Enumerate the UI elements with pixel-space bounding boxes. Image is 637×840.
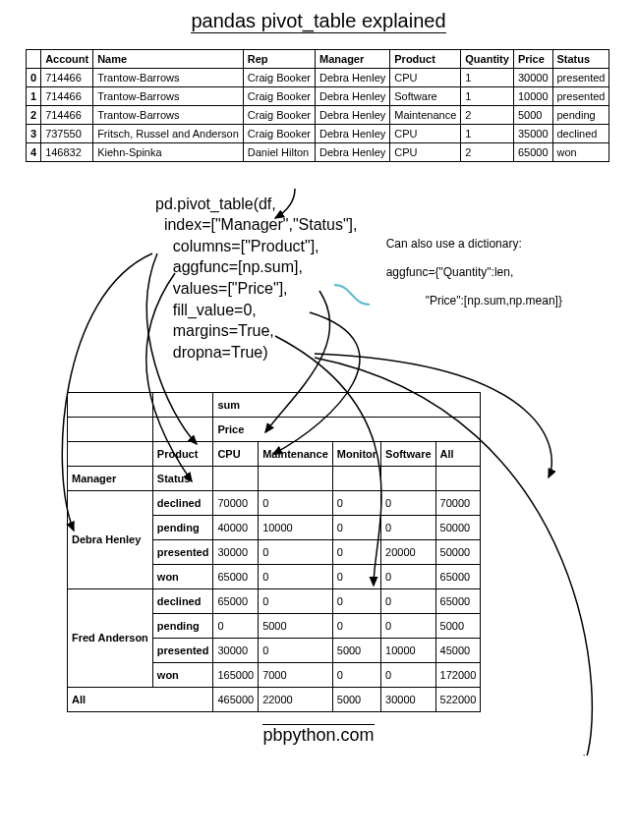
cell: Debra Henley xyxy=(316,125,390,143)
pivot-status-cell: presented xyxy=(152,638,213,662)
pivot-status-cell: won xyxy=(152,662,213,687)
row-index: 0 xyxy=(27,69,41,87)
page-title: pandas pivot_table explained xyxy=(191,10,445,33)
cell: Debra Henley xyxy=(316,143,390,162)
pivot-total-cell: 5000 xyxy=(332,687,380,711)
cell: Trantow-Barrows xyxy=(93,106,244,125)
cell: 0 xyxy=(381,515,435,539)
cell: won xyxy=(552,143,609,162)
pivot-aggfunc-header: sum xyxy=(213,392,481,417)
cell: 0 xyxy=(259,588,333,613)
cell: 1 xyxy=(461,87,514,106)
row-index: 4 xyxy=(27,143,41,162)
source-column-header xyxy=(27,50,41,69)
cell: CPU xyxy=(390,69,461,87)
table-row: Fred Andersondeclined6500000065000 xyxy=(68,588,481,613)
source-column-header: Manager xyxy=(316,50,390,69)
cell: 0 xyxy=(381,613,435,638)
cell: 50000 xyxy=(435,539,481,564)
cell: 1 xyxy=(461,69,514,87)
cell: Kiehn-Spinka xyxy=(93,143,244,162)
source-column-header: Name xyxy=(93,50,244,69)
cell: 40000 xyxy=(213,515,259,539)
cell: 0 xyxy=(381,588,435,613)
cell: 65000 xyxy=(513,143,552,162)
pivot-total-cell: 465000 xyxy=(213,687,259,711)
cell: 146832 xyxy=(41,143,93,162)
cell: 10000 xyxy=(381,638,435,662)
cell: 50000 xyxy=(435,515,481,539)
code-line: columns=["Product"], xyxy=(155,238,319,254)
cell: 70000 xyxy=(213,490,259,515)
cell: Craig Booker xyxy=(243,106,315,125)
pivot-status-cell: won xyxy=(152,564,213,588)
cell: 0 xyxy=(381,490,435,515)
cell: 0 xyxy=(259,490,333,515)
footer-attribution: pbpython.com xyxy=(262,724,374,746)
cell: 70000 xyxy=(435,490,481,515)
cell: 5000 xyxy=(513,106,552,125)
cell: 0 xyxy=(259,638,333,662)
cell: 65000 xyxy=(435,564,481,588)
cell: 0 xyxy=(332,613,380,638)
cell: Debra Henley xyxy=(316,106,390,125)
row-index: 2 xyxy=(27,106,41,125)
cell: 2 xyxy=(461,143,514,162)
cell: 0 xyxy=(332,515,380,539)
cell: 20000 xyxy=(381,539,435,564)
cell: Craig Booker xyxy=(243,69,315,87)
cell: 30000 xyxy=(513,69,552,87)
cell: Maintenance xyxy=(390,106,461,125)
source-column-header: Status xyxy=(552,50,609,69)
cell: presented xyxy=(552,87,609,106)
source-column-header: Quantity xyxy=(461,50,514,69)
cell: 165000 xyxy=(213,662,259,687)
cell: 7000 xyxy=(259,662,333,687)
cell: 0 xyxy=(332,662,380,687)
pivot-status-cell: pending xyxy=(152,515,213,539)
cell: 0 xyxy=(381,662,435,687)
source-column-header: Rep xyxy=(243,50,315,69)
pivot-manager-cell: Fred Anderson xyxy=(68,588,153,687)
cell: 0 xyxy=(213,613,259,638)
source-dataframe-table: AccountNameRepManagerProductQuantityPric… xyxy=(26,49,609,162)
code-line: aggfunc=[np.sum], xyxy=(155,258,303,275)
note-line: "Price":[np.sum,np.mean]} xyxy=(386,294,562,308)
cell: 5000 xyxy=(435,613,481,638)
note-line: Can also use a dictionary: xyxy=(386,237,522,251)
code-line: dropna=True) xyxy=(155,344,268,361)
cell: 2 xyxy=(461,106,514,125)
pivot-total-cell: 522000 xyxy=(435,687,481,711)
table-row: 3737550Fritsch, Russel and AndersonCraig… xyxy=(27,125,609,143)
table-row: 4146832Kiehn-SpinkaDaniel HiltonDebra He… xyxy=(27,143,609,162)
table-row: 2714466Trantow-BarrowsCraig BookerDebra … xyxy=(27,106,609,125)
row-index: 1 xyxy=(27,87,41,106)
pivot-column-header: Maintenance xyxy=(259,441,333,466)
cell: 0 xyxy=(259,564,333,588)
cell: 5000 xyxy=(259,613,333,638)
code-line: margins=True, xyxy=(155,322,274,339)
cell: 0 xyxy=(332,539,380,564)
cell: 10000 xyxy=(259,515,333,539)
pivot-totals-label: All xyxy=(68,687,213,711)
cell: declined xyxy=(552,125,609,143)
cell: Daniel Hilton xyxy=(243,143,315,162)
pivot-code-block: pd.pivot_table(df, index=["Manager","Sta… xyxy=(155,172,629,384)
code-line: index=["Manager","Status"], xyxy=(155,216,358,233)
cell: 10000 xyxy=(513,87,552,106)
cell: 45000 xyxy=(435,638,481,662)
cell: 172000 xyxy=(435,662,481,687)
cell: Craig Booker xyxy=(243,125,315,143)
cell: 0 xyxy=(332,490,380,515)
pivot-columns-label: Product xyxy=(152,441,213,466)
pivot-total-cell: 22000 xyxy=(259,687,333,711)
table-row: 0714466Trantow-BarrowsCraig BookerDebra … xyxy=(27,69,609,87)
pivot-values-header: Price xyxy=(213,417,481,441)
pivot-status-cell: declined xyxy=(152,588,213,613)
cell: 737550 xyxy=(41,125,93,143)
table-row: Debra Henleydeclined7000000070000 xyxy=(68,490,481,515)
cell: 5000 xyxy=(332,638,380,662)
cell: 714466 xyxy=(41,106,93,125)
cell: Trantow-Barrows xyxy=(93,69,244,87)
source-column-header: Product xyxy=(390,50,461,69)
